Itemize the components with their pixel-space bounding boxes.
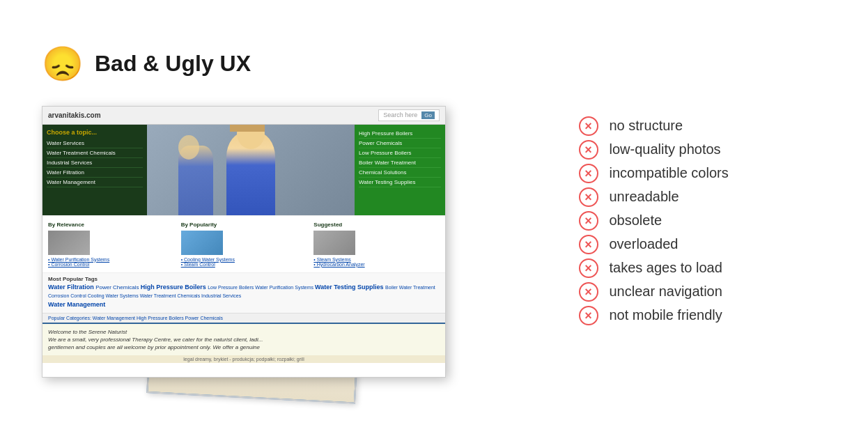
col3-link1[interactable]: • Steam Systems (313, 257, 440, 262)
col2-link2[interactable]: • Steam Control (181, 262, 307, 267)
page-title: Bad & Ugly UX (95, 51, 251, 77)
issue-text-unreadable: unreadable (610, 189, 679, 205)
screenshots-container: ▶ Music / Media Index icking on the page… (42, 106, 502, 399)
x-icon-no-structure (579, 116, 598, 136)
col-suggested: Suggested • Steam Systems • Hydrocarbon … (313, 222, 440, 267)
col-popularity: By Popularity • Cooling Water Systems • … (181, 222, 307, 267)
nav-item-4[interactable]: Water Filtration (47, 168, 143, 178)
nav-header: Choose a topic... (47, 129, 143, 136)
x-icon-takes-ages-to-load (579, 258, 598, 278)
right-nav: High Pressure Boilers Power Chemicals Lo… (355, 125, 445, 215)
x-icon-low-quality-photos (579, 140, 598, 160)
issue-item-obsolete: obsolete (579, 211, 827, 231)
issue-text-obsolete: obsolete (610, 212, 662, 229)
footer-text: Welcome to the Serene Naturist We are a … (48, 328, 440, 352)
col2-link1[interactable]: • Cooling Water Systems (181, 257, 307, 262)
thumb-2 (181, 231, 223, 255)
x-icon-unclear-navigation (579, 282, 598, 302)
issue-text-no-structure: no structure (610, 118, 683, 134)
tags-label: Most Popular Tags (48, 276, 440, 282)
issue-item-takes-ages-to-load: takes ages to load (579, 258, 827, 278)
issue-item-low-quality-photos: low-quality photos (579, 140, 827, 160)
x-icon-incompatible-colors (579, 164, 598, 183)
search-box: Search here Go (378, 109, 440, 121)
col2-title: By Popularity (181, 222, 307, 228)
col1-link2[interactable]: • Corrosion Control (48, 262, 174, 267)
main-footer: Welcome to the Serene Naturist We are a … (42, 323, 445, 356)
issue-text-overloaded: overloaded (610, 236, 679, 252)
left-nav: Choose a topic... Water Services Water T… (42, 125, 147, 215)
sad-emoji: 😞 (42, 43, 84, 85)
issue-item-not-mobile-friendly: not mobile friendly (579, 306, 827, 325)
x-icon-not-mobile-friendly (579, 306, 598, 325)
issue-text-takes-ages-to-load: takes ages to load (610, 260, 722, 276)
tags-section: Most Popular Tags Water Filtration Power… (42, 272, 445, 313)
tags-content: Water Filtration Power Chemicals High Pr… (48, 282, 440, 310)
tag-corrosion[interactable]: Corrosion Control (48, 293, 88, 298)
right-nav-item-2[interactable]: Power Chemicals (359, 139, 441, 148)
nav-item-1[interactable]: Water Services (47, 139, 143, 148)
browser-bar: arvanitakis.com Search here Go (42, 107, 445, 125)
tag-industrial[interactable]: Industrial Services (201, 293, 241, 298)
x-icon-unreadable (579, 187, 598, 207)
tag-power-chemicals[interactable]: Power Chemicals (95, 284, 140, 291)
center-image (147, 125, 355, 215)
tag-boiler-water[interactable]: Boiler Water Treatment (385, 285, 435, 290)
search-placeholder: Search here (383, 111, 417, 118)
issue-text-incompatible-colors: incompatible colors (610, 165, 729, 181)
issue-item-unreadable: unreadable (579, 187, 827, 207)
tag-treatment-chem[interactable]: Water Treatment Chemicals (140, 293, 201, 298)
tag-water-management[interactable]: Water Management (48, 301, 105, 308)
col-relevance: By Relevance • Water Purification System… (48, 222, 174, 267)
col1-title: By Relevance (48, 222, 174, 228)
issue-item-incompatible-colors: incompatible colors (579, 164, 827, 183)
popular-bar: Popular Categories: Water Management Hig… (42, 313, 445, 323)
right-nav-item-4[interactable]: Boiler Water Treatment (359, 158, 441, 168)
tag-water-purification[interactable]: Water Purification Systems (255, 285, 315, 290)
issue-text-low-quality-photos: low-quality photos (610, 141, 721, 157)
tag-cooling[interactable]: Cooling Water Systems (88, 293, 140, 298)
tag-low-pressure[interactable]: Low Pressure Boilers (208, 285, 255, 290)
right-nav-item-1[interactable]: High Pressure Boilers (359, 129, 441, 139)
x-icon-overloaded (579, 235, 598, 254)
issue-text-unclear-navigation: unclear navigation (610, 284, 722, 300)
site-url: arvanitakis.com (48, 111, 101, 119)
col3-link2[interactable]: • Hydrocarbon Analyzer (313, 262, 440, 267)
nav-area: Choose a topic... Water Services Water T… (42, 125, 445, 215)
col3-title: Suggested (313, 222, 440, 228)
tag-water-testing[interactable]: Water Testing Supplies (315, 284, 385, 291)
right-nav-item-3[interactable]: Low Pressure Boilers (359, 148, 441, 158)
issue-item-no-structure: no structure (579, 116, 827, 136)
screenshot-main: arvanitakis.com Search here Go Choose a … (42, 106, 446, 378)
x-icon-obsolete (579, 211, 598, 231)
issue-item-overloaded: overloaded (579, 235, 827, 254)
content-area: By Relevance • Water Purification System… (42, 215, 445, 272)
nav-item-3[interactable]: Industrial Services (47, 158, 143, 168)
thumb-3 (313, 231, 355, 255)
tag-water-filtration[interactable]: Water Filtration (48, 284, 95, 291)
nav-item-2[interactable]: Water Treatment Chemicals (47, 148, 143, 158)
right-nav-item-5[interactable]: Chemical Solutions (359, 168, 441, 178)
search-button[interactable]: Go (421, 111, 435, 119)
right-nav-item-6[interactable]: Water Testing Supplies (359, 178, 441, 187)
issue-item-unclear-navigation: unclear navigation (579, 282, 827, 302)
thumb-1 (48, 231, 90, 255)
footer-link-bar: legal dreamy, brykiet - produkcja; podpa… (42, 355, 445, 363)
left-section: 😞 Bad & Ugly UX ▶ Music / Media Index ic… (42, 43, 565, 399)
issues-list: no structurelow-quality photosincompatib… (565, 116, 827, 325)
issue-text-not-mobile-friendly: not mobile friendly (610, 307, 722, 323)
col1-link1[interactable]: • Water Purification Systems (48, 257, 174, 262)
nav-item-5[interactable]: Water Management (47, 178, 143, 187)
page-header: 😞 Bad & Ugly UX (42, 43, 565, 85)
tag-high-pressure[interactable]: High Pressure Boilers (141, 284, 208, 291)
